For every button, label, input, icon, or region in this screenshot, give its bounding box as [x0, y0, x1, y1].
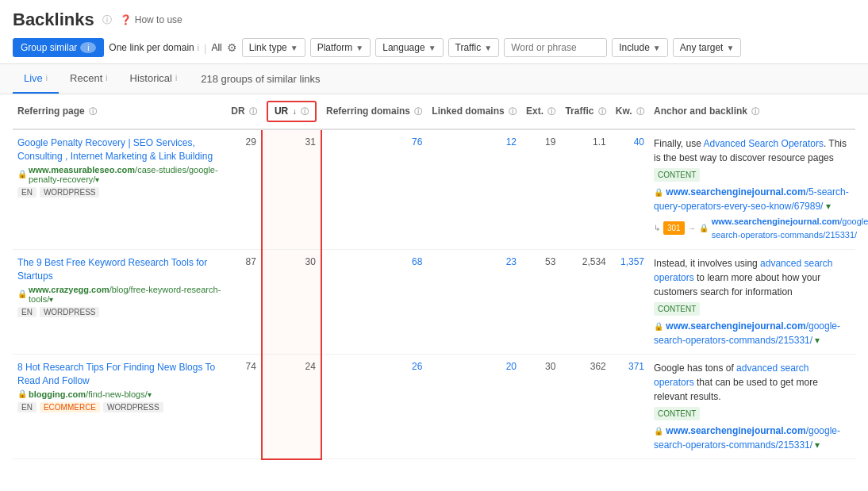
gear-icon[interactable]: ⚙	[227, 41, 237, 54]
page-url: 🔒 blogging.com/find-new-blogs/▾	[17, 389, 221, 399]
cell-referring-page: Google Penalty Recovery | SEO Services, …	[13, 129, 226, 250]
page-title-link[interactable]: Google Penalty Recovery | SEO Services, …	[17, 137, 213, 162]
th-referring-domains: Referring domains ⓘ	[321, 94, 427, 129]
th-kw-info: ⓘ	[636, 107, 644, 116]
group-similar-button[interactable]: Group similar i	[13, 38, 104, 57]
url-dropdown-caret: ▾	[49, 295, 53, 304]
toolbar: Group similar i One link per domain i | …	[13, 38, 855, 57]
cell-ur: 31	[262, 129, 321, 250]
redirect-right-arrow: →	[688, 222, 696, 234]
anchor-lock-icon: 🔒	[654, 188, 663, 197]
anchor-lock-icon: 🔒	[654, 427, 663, 435]
referring-domains-link[interactable]: 76	[412, 136, 422, 148]
cell-dr: 29	[226, 129, 262, 250]
tab-recent[interactable]: Recent i	[59, 64, 118, 94]
title-info-icon[interactable]: ⓘ	[102, 13, 112, 27]
th-dr-info: ⓘ	[249, 107, 257, 116]
cell-traffic: 1.1	[560, 129, 610, 250]
anchor-url-caret: ▾	[815, 439, 820, 451]
tags: ENWORDPRESS	[17, 187, 221, 198]
anchor-url-link[interactable]: www.searchenginejournal.com/5-search-que…	[654, 186, 849, 212]
word-phrase-input[interactable]	[504, 38, 607, 57]
th-ur[interactable]: UR ↓ ⓘ	[262, 94, 321, 129]
table-row: The 9 Best Free Keyword Research Tools f…	[13, 250, 855, 355]
kw-link[interactable]: 40	[634, 136, 644, 148]
table-header-row: Referring page ⓘ DR ⓘ UR ↓ ⓘ Referring d…	[13, 94, 855, 129]
cell-ext: 53	[521, 250, 560, 355]
cell-anchor: Finally, use Advanced Search Operators. …	[649, 129, 855, 250]
th-traffic: Traffic ⓘ	[560, 94, 610, 129]
ur-sort-icon: ↓	[293, 107, 297, 116]
url-text: www.crazyegg.com/blog/free-keyword-resea…	[29, 285, 221, 304]
kw-link[interactable]: 1,357	[620, 256, 644, 267]
cell-referring-page: The 9 Best Free Keyword Research Tools f…	[13, 250, 226, 355]
kw-link[interactable]: 371	[628, 361, 644, 372]
main-table-wrap: Referring page ⓘ DR ⓘ UR ↓ ⓘ Referring d…	[0, 94, 868, 460]
page-title-link[interactable]: The 9 Best Free Keyword Research Tools f…	[17, 257, 207, 282]
th-linked-domains: Linked domains ⓘ	[427, 94, 521, 129]
anchor-url-link[interactable]: www.searchenginejournal.com/google-searc…	[654, 425, 840, 451]
anchor-lock-icon: 🔒	[654, 322, 663, 331]
cell-ur: 24	[262, 355, 321, 459]
table-row: Google Penalty Recovery | SEO Services, …	[13, 129, 855, 250]
linked-domains-link[interactable]: 12	[506, 136, 517, 148]
cell-kw: 40	[611, 129, 649, 250]
all-label[interactable]: All	[211, 42, 221, 53]
redirect-row: ↳ 301 → 🔒 www.searchenginejournal.com/go…	[654, 215, 851, 241]
group-count: 218 groups of similar links	[201, 65, 320, 93]
traffic-dropdown[interactable]: Traffic ▼	[448, 38, 500, 57]
tabs-bar: Live i Recent i Historical i 218 groups …	[0, 64, 868, 94]
anchor-link[interactable]: Advanced Search Operators	[703, 138, 823, 149]
tag-wordpress: WORDPRESS	[40, 187, 100, 198]
separator-1: |	[204, 42, 206, 54]
lock-icon: 🔒	[17, 170, 27, 178]
platform-dropdown[interactable]: Platform ▼	[310, 38, 371, 57]
content-badge: CONTENT	[654, 168, 700, 182]
one-link-item[interactable]: One link per domain i	[109, 42, 199, 53]
cell-linked-domains: 20	[427, 355, 521, 459]
url-text: blogging.com/find-new-blogs/▾	[29, 389, 152, 399]
page-title: Backlinks	[13, 10, 94, 30]
cell-dr: 74	[226, 355, 262, 459]
include-dropdown[interactable]: Include ▼	[612, 38, 668, 57]
linked-domains-link[interactable]: 20	[506, 361, 517, 372]
th-ur-info: ⓘ	[301, 107, 309, 116]
referring-domains-link[interactable]: 68	[412, 256, 422, 267]
question-icon: ❓	[120, 14, 132, 25]
cell-linked-domains: 23	[427, 250, 521, 355]
redirect-url-link[interactable]: www.searchenginejournal.com/google-searc…	[712, 215, 868, 241]
cell-dr: 87	[226, 250, 262, 355]
anchor-url-link[interactable]: www.searchenginejournal.com/google-searc…	[654, 320, 840, 346]
language-dropdown[interactable]: Language ▼	[375, 38, 443, 57]
cell-ur: 30	[262, 250, 321, 355]
cell-referring-domains: 68	[321, 250, 427, 355]
cell-referring-page: 8 Hot Research Tips For Finding New Blog…	[13, 355, 226, 459]
tag-ecommerce: ECOMMERCE	[40, 402, 100, 412]
redirect-arrow-icon: ↳	[654, 222, 660, 234]
platform-caret: ▼	[355, 44, 363, 52]
referring-domains-link[interactable]: 26	[412, 361, 422, 372]
any-target-dropdown[interactable]: Any target ▼	[673, 38, 742, 57]
tag-en: EN	[17, 187, 36, 198]
any-target-caret: ▼	[726, 44, 734, 52]
how-to-link[interactable]: ❓ How to use	[120, 14, 182, 25]
live-info-icon: i	[46, 74, 48, 82]
recent-info-icon: i	[106, 74, 107, 82]
page-title-link[interactable]: 8 Hot Research Tips For Finding New Blog…	[17, 362, 215, 386]
content-badge: CONTENT	[654, 302, 700, 316]
cell-traffic: 2,534	[560, 250, 610, 355]
tab-live[interactable]: Live i	[13, 64, 59, 94]
cell-kw: 1,357	[611, 250, 649, 355]
cell-anchor: Instead, it involves using advanced sear…	[649, 250, 855, 355]
linked-domains-link[interactable]: 23	[506, 256, 517, 267]
tags: ENWORDPRESS	[17, 307, 221, 317]
include-caret: ▼	[653, 44, 661, 52]
link-type-dropdown[interactable]: Link type ▼	[242, 38, 305, 57]
th-dr: DR ⓘ	[226, 94, 262, 129]
th-ext: Ext. ⓘ	[521, 94, 560, 129]
tab-historical[interactable]: Historical i	[119, 64, 189, 94]
th-anchor-info: ⓘ	[751, 107, 759, 116]
tag-wordpress: WORDPRESS	[103, 402, 163, 412]
redirect-badge: 301	[663, 221, 685, 235]
historical-info-icon: i	[175, 74, 177, 82]
